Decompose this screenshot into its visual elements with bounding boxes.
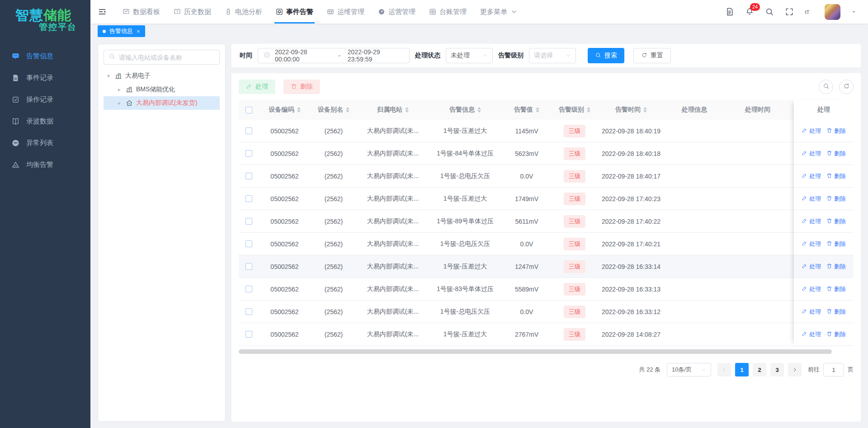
sidebar-item-1[interactable]: 事件记录 [0, 69, 90, 87]
row-delete-link[interactable]: 删除 [826, 263, 846, 271]
batch-delete-button[interactable]: 删除 [283, 80, 320, 94]
sidebar-item-0[interactable]: 告警信息 [0, 47, 90, 65]
cell-device-alias: (2562) [311, 127, 357, 135]
row-checkbox[interactable] [245, 286, 252, 292]
row-delete-link[interactable]: 删除 [826, 217, 846, 226]
sort-icon[interactable] [587, 107, 590, 113]
status-select[interactable]: 未处理 [446, 48, 493, 63]
table-refresh-button[interactable] [839, 80, 854, 94]
row-process-link[interactable]: 处理 [802, 240, 821, 248]
sidebar-item-2[interactable]: 操作记录 [0, 90, 90, 108]
column-header-5[interactable]: 告警级别 [552, 106, 597, 114]
row-delete-link[interactable]: 删除 [826, 150, 846, 158]
select-all-checkbox[interactable] [245, 107, 252, 113]
table-row: 05002562 (2562) 大易内部调试(未... 1号簇-压差过大 124… [239, 255, 854, 278]
column-header-3[interactable]: 告警信息 [429, 106, 501, 114]
row-process-link[interactable]: 处理 [802, 150, 821, 158]
column-header-4[interactable]: 告警值 [501, 106, 552, 114]
chevron-down-icon [482, 53, 488, 58]
row-delete-link[interactable]: 删除 [826, 308, 846, 316]
row-delete-link[interactable]: 删除 [826, 240, 846, 248]
user-menu-chevron-down-icon[interactable] [851, 9, 856, 14]
nav-item-7[interactable]: 更多菜单 [473, 0, 524, 24]
search-button[interactable]: 搜索 [588, 48, 624, 63]
nav-item-5[interactable]: 运营管理 [371, 0, 422, 24]
nav-item-2[interactable]: 电池分析 [218, 0, 269, 24]
font-size-icon[interactable]: tT [805, 7, 814, 16]
page-size-select[interactable]: 10条/页 [667, 363, 711, 376]
pencil-icon [802, 173, 807, 180]
tree-caret-icon[interactable]: ▸ [116, 100, 123, 106]
sort-icon[interactable] [346, 107, 349, 113]
sidebar-item-4[interactable]: 404 异常列表 [0, 134, 90, 152]
sort-icon[interactable] [405, 107, 409, 113]
date-range-input[interactable]: 2022-09-28 00:00:00 - 2022-09-29 23:59:5… [258, 48, 410, 63]
tree-node[interactable]: ▸ BMS储能优化 [104, 83, 220, 96]
page-button-3[interactable]: 3 [770, 363, 784, 376]
cell-station: 大易内部调试(未... [357, 240, 429, 248]
notifications-bell-icon[interactable]: 24 [745, 7, 754, 16]
row-checkbox[interactable] [245, 308, 252, 315]
row-process-link[interactable]: 处理 [802, 127, 821, 135]
nav-item-3[interactable]: 事件告警 [269, 0, 320, 24]
tree-node[interactable]: ▸ 大易内部调试(未发货) [104, 96, 220, 110]
table-row: 05002562 (2562) 大易内部调试(未... 1号簇-83号单体过压 … [239, 278, 854, 301]
nav-item-4[interactable]: 运维管理 [320, 0, 371, 24]
sidebar-item-3[interactable]: 录波数据 [0, 112, 90, 130]
sort-icon[interactable] [536, 107, 539, 113]
page-button-2[interactable]: 2 [753, 363, 766, 376]
row-delete-link[interactable]: 删除 [826, 127, 846, 135]
row-process-link[interactable]: 处理 [802, 172, 821, 180]
level-select[interactable]: 请选择 [529, 48, 576, 63]
prev-page-button[interactable] [717, 363, 731, 376]
sort-icon[interactable] [643, 107, 647, 113]
sort-icon[interactable] [477, 107, 481, 113]
tree-caret-icon[interactable]: ▸ [116, 86, 123, 93]
nav-item-1[interactable]: 历史数据 [167, 0, 218, 24]
row-delete-link[interactable]: 删除 [826, 172, 846, 180]
avatar[interactable] [825, 4, 840, 20]
fullscreen-icon[interactable] [785, 7, 794, 16]
tab-alarm-info[interactable]: 告警信息 × [98, 25, 145, 37]
row-checkbox[interactable] [245, 127, 252, 134]
document-log-icon[interactable] [725, 7, 734, 16]
row-checkbox[interactable] [245, 195, 252, 202]
row-checkbox[interactable] [245, 331, 252, 338]
tab-close-icon[interactable]: × [137, 28, 140, 35]
reset-button[interactable]: 重置 [633, 48, 671, 63]
sidebar-item-5[interactable]: 均衡告警 [0, 155, 90, 174]
horizontal-scrollbar-thumb[interactable] [239, 349, 832, 354]
nav-item-0[interactable]: 数据看板 [116, 0, 167, 24]
search-icon[interactable] [765, 7, 774, 16]
next-page-button[interactable] [788, 363, 802, 376]
tree-search-input[interactable] [119, 54, 215, 61]
row-process-link[interactable]: 处理 [802, 285, 821, 293]
row-delete-link[interactable]: 删除 [826, 285, 846, 293]
row-delete-link[interactable]: 删除 [826, 330, 846, 339]
sort-icon[interactable] [297, 107, 301, 113]
row-checkbox[interactable] [245, 173, 252, 179]
row-process-link[interactable]: 处理 [802, 263, 821, 271]
row-process-link[interactable]: 处理 [802, 330, 821, 339]
status-filter-label: 处理状态 [415, 52, 440, 60]
column-header-2[interactable]: 归属电站 [357, 106, 429, 114]
table-search-button[interactable] [819, 80, 833, 94]
batch-process-button[interactable]: 处理 [239, 80, 275, 94]
row-process-link[interactable]: 处理 [802, 195, 821, 203]
column-header-0[interactable]: 设备编码 [259, 106, 311, 114]
row-process-link[interactable]: 处理 [802, 308, 821, 316]
row-delete-link[interactable]: 删除 [826, 195, 846, 203]
row-process-link[interactable]: 处理 [802, 217, 821, 226]
row-checkbox[interactable] [245, 263, 252, 270]
collapse-menu-icon[interactable] [98, 7, 107, 16]
row-checkbox[interactable] [245, 240, 252, 247]
page-button-1[interactable]: 1 [735, 363, 749, 376]
nav-item-6[interactable]: 台账管理 [422, 0, 473, 24]
goto-page-input[interactable] [823, 363, 844, 376]
row-checkbox[interactable] [245, 150, 252, 157]
tree-caret-icon[interactable]: ▾ [105, 73, 112, 79]
column-header-1[interactable]: 设备别名 [311, 106, 357, 114]
column-header-6[interactable]: 告警时间 [597, 106, 665, 114]
tree-node[interactable]: ▾ 大易电子 [104, 69, 220, 83]
row-checkbox[interactable] [245, 218, 252, 225]
